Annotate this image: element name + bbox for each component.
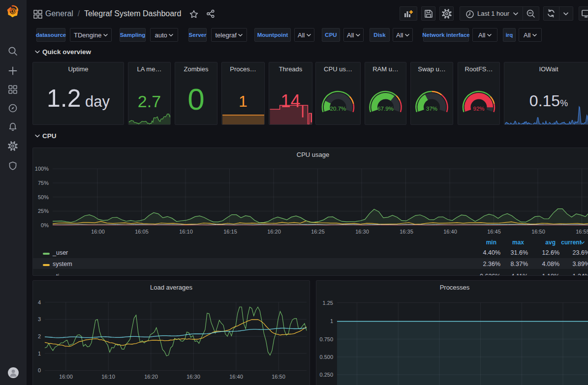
svg-text:92%: 92% — [473, 106, 484, 112]
svg-text:37%: 37% — [426, 106, 437, 112]
svg-text:20.7%: 20.7% — [330, 106, 346, 112]
svg-text:67.9%: 67.9% — [377, 106, 394, 112]
